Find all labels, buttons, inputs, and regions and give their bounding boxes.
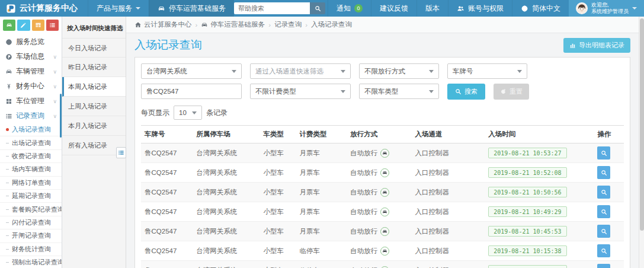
- billing-type: 月票车: [300, 169, 321, 176]
- table-row: 鲁CQ2547台湾网关系统小型车月票车自动放行入口控制器2019-08-21 1…: [141, 143, 624, 163]
- billing-type: 临停车: [300, 247, 321, 254]
- quick-filter-item-1[interactable]: 昨日入场记录: [62, 58, 126, 77]
- car-type: 小型车: [263, 228, 284, 235]
- view-record-button[interactable]: [597, 264, 610, 268]
- car-icon: [158, 5, 165, 12]
- reset-button-label: 重置: [510, 87, 523, 96]
- sidebar-item-2[interactable]: 车辆管理∨: [0, 64, 62, 79]
- view-record-button[interactable]: [597, 205, 610, 218]
- entry-channel-select[interactable]: 通过入场通道快速筛选: [250, 63, 351, 79]
- sidebar-item-label: 财务中心: [16, 81, 44, 91]
- bar-chart-icon: [569, 42, 576, 49]
- menu-parking-label: 停车运营基础服务: [169, 4, 226, 14]
- sidebar-subitem-6[interactable]: 套餐购买纪录查询: [0, 203, 62, 216]
- car-icon: [382, 170, 387, 176]
- breadcrumb-item-label: 入场记录查询: [311, 20, 352, 29]
- brand-title: 云计算服务中心: [20, 3, 78, 14]
- breadcrumb-home[interactable]: 云计算服务中心: [134, 20, 192, 29]
- breadcrumb-record-query[interactable]: 记录查询: [274, 20, 302, 29]
- sidebar-subitem-1[interactable]: 出场记录查询: [0, 136, 62, 149]
- feedback-label: 建议反馈: [380, 4, 408, 14]
- quick-filter-item-0[interactable]: 今日入场记录: [62, 38, 126, 58]
- reset-button[interactable]: 重置: [494, 84, 529, 100]
- menu-notifications[interactable]: 通知 0: [328, 0, 371, 17]
- sidebar-item-5[interactable]: 记录查询∨: [0, 109, 62, 123]
- sidebar-item-4[interactable]: 车位管理∨: [0, 94, 62, 109]
- list-icon: [5, 113, 12, 120]
- user-avatar: [576, 2, 588, 14]
- menu-products-services[interactable]: 产品与服务: [88, 0, 149, 17]
- sidebar-item-0[interactable]: 服务总览: [0, 34, 62, 49]
- column-header: 放行方式: [347, 126, 411, 143]
- quick-filter-title: 按入场时间快速筛选: [62, 17, 126, 38]
- sidebar-subitem-8[interactable]: 开闸记录查询: [0, 229, 62, 243]
- menu-feedback[interactable]: 建议反馈: [371, 0, 416, 17]
- breadcrumb-current: 入场记录查询: [311, 20, 352, 29]
- billing-type-select[interactable]: 不限计费类型: [250, 84, 351, 99]
- breadcrumb-parking-service[interactable]: 停车运营基础服务: [201, 20, 265, 29]
- sidebar-item-1[interactable]: 车场信息∨: [0, 49, 62, 64]
- auto-release-car-icon: [380, 149, 389, 158]
- quick-pencil-button[interactable]: [17, 20, 30, 31]
- billing-type: 月票车: [300, 208, 321, 215]
- export-records-button[interactable]: 导出明细表记录: [563, 38, 630, 53]
- car-icon: [382, 190, 387, 195]
- search-button[interactable]: 搜索: [447, 84, 485, 100]
- sidebar-subitem-2[interactable]: 收费记录查询: [0, 150, 62, 163]
- quick-table-button[interactable]: [32, 20, 44, 31]
- sidebar-subitem-3[interactable]: 场内车辆查询: [0, 163, 62, 176]
- car-type: 小型车: [263, 208, 284, 215]
- menu-language[interactable]: 简体中文: [512, 0, 569, 17]
- sidebar-subitem-5[interactable]: 延期记录查询: [0, 190, 62, 203]
- per-page-suffix: 条记录: [206, 108, 228, 118]
- account-label: 账号与权限: [468, 4, 504, 14]
- menu-version[interactable]: 版本: [416, 0, 448, 17]
- release-mode: 自动放行: [350, 168, 408, 177]
- notification-count-badge: 0: [354, 4, 363, 12]
- help-search-input[interactable]: [234, 2, 310, 14]
- sidebar-subitem-7[interactable]: 闪付记录查询: [0, 216, 62, 229]
- breadcrumb-item-label: 停车运营基础服务: [210, 20, 265, 29]
- page-scrollbar-thumb[interactable]: [640, 18, 644, 231]
- sidebar-subitem-label: 出场记录查询: [12, 139, 51, 148]
- sidebar-subitem-0[interactable]: 入场记录查询: [0, 123, 62, 136]
- filter-row-2: 不限计费类型 不限车类型 搜索 重置: [141, 84, 624, 100]
- quick-car-button[interactable]: [3, 20, 15, 31]
- column-header: 车类型: [259, 126, 296, 143]
- car-icon: [6, 22, 12, 28]
- view-record-button[interactable]: [597, 166, 610, 179]
- column-header: 车牌号: [141, 126, 193, 143]
- quick-filter-item-4[interactable]: 本月入场记录: [62, 116, 126, 136]
- entry-channel: 入口控制器: [415, 149, 449, 157]
- car-type: 小型车: [263, 169, 284, 176]
- search-button-label: 搜索: [464, 87, 478, 96]
- plate-number-input[interactable]: [141, 84, 242, 99]
- sidebar-item-3[interactable]: 财务中心∨: [0, 79, 62, 94]
- menu-parking-service[interactable]: 停车运营基础服务: [149, 0, 234, 17]
- column-header: 计费类型: [296, 126, 347, 143]
- park-system-select[interactable]: 台湾网关系统: [141, 63, 242, 79]
- sidebar-subitem-9[interactable]: 财务统计查询: [0, 243, 62, 256]
- car-type-select[interactable]: 不限车类型: [359, 84, 439, 99]
- plate-field-select[interactable]: 车牌号: [447, 63, 527, 79]
- search-icon: [601, 170, 607, 176]
- quick-filter-item-3[interactable]: 上周入场记录: [62, 97, 126, 116]
- quick-filter-item-2[interactable]: 本周入场记录: [62, 77, 126, 97]
- panel-collapse-button[interactable]: [116, 147, 126, 158]
- per-page-select[interactable]: 10: [174, 106, 202, 120]
- sidebar-subitem-10[interactable]: 强制出场记录查询: [0, 256, 62, 268]
- quick-list-button[interactable]: [46, 20, 59, 31]
- sidebar-subitem-4[interactable]: 网络订单查询: [0, 177, 62, 190]
- per-page-control: 每页显示 10 条记录: [141, 106, 624, 120]
- menu-account-permissions[interactable]: 账号与权限: [448, 0, 512, 17]
- help-search-button[interactable]: [310, 2, 325, 14]
- release-mode-select[interactable]: 不限放行方式: [359, 63, 439, 79]
- view-record-button[interactable]: [597, 146, 610, 159]
- view-record-button[interactable]: [597, 244, 610, 257]
- view-record-button[interactable]: [597, 186, 610, 199]
- view-record-button[interactable]: [597, 225, 610, 238]
- sidebar-subitem-label: 收费记录查询: [12, 152, 51, 161]
- brand[interactable]: 云计算服务中心: [0, 0, 88, 17]
- user-menu[interactable]: 欢迎您, 系统维护管理员: [569, 0, 644, 17]
- sidebar-scrollbar-thumb[interactable]: [60, 94, 62, 138]
